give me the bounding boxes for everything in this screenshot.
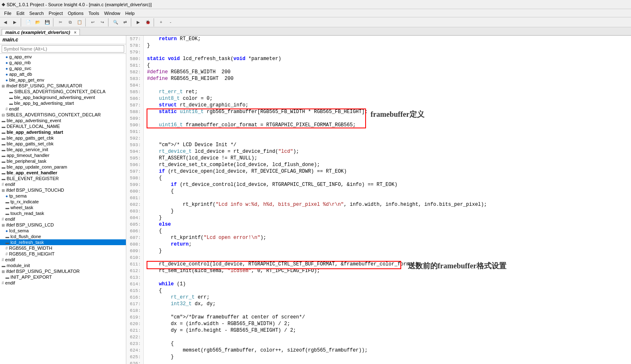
line-code[interactable]: { (144, 188, 631, 195)
paste-button[interactable]: 📋 (75, 18, 84, 27)
sidebar-item-tp_sema[interactable]: ●tp_sema (0, 193, 126, 199)
back-button[interactable]: ◀ (1, 18, 10, 27)
line-code[interactable]: if (rt_device_open(lcd_device, RT_DEVICE… (144, 168, 631, 175)
line-code[interactable]: int32_t dx, dy; (144, 301, 631, 307)
line-code[interactable]: { (144, 175, 631, 181)
forward-button[interactable]: ▶ (10, 18, 19, 27)
sidebar-item-ble_gatts_cbk[interactable]: ▬ble_app_gatts_get_cbk (0, 135, 126, 141)
menu-item-options[interactable]: Options (65, 11, 86, 16)
menu-item-edit[interactable]: Edit (14, 11, 27, 16)
line-code[interactable]: } (144, 42, 631, 49)
sidebar-item-ble_bg_adv_start[interactable]: ▬ble_app_bg_advertising_start (0, 100, 126, 106)
copy-button[interactable]: ⧉ (65, 18, 75, 27)
line-code[interactable]: struct rt_device_graphic_info; (144, 102, 631, 108)
line-code[interactable]: { (144, 62, 631, 69)
line-code[interactable]: rt_device_t lcd_device = rt_device_find(… (144, 148, 631, 155)
sidebar-item-endif5[interactable]: #endif (0, 280, 126, 286)
sidebar-item-module_init[interactable]: ▬module_init (0, 263, 126, 268)
build-button[interactable]: ▶ (134, 18, 143, 27)
line-code[interactable]: rt_err_t ret; (144, 89, 631, 95)
sidebar-item-lcd_flush_done[interactable]: ▬lcd_flush_done (0, 234, 126, 239)
new-button[interactable]: 📄 (24, 18, 33, 27)
menu-item-window[interactable]: Window (101, 11, 123, 16)
sidebar-item-SIBLES_ADV_CTX2[interactable]: ⊟SIBLES_ADVERTISING_CONTEXT_DECLAR (0, 112, 126, 118)
sidebar-item-lcd_sema[interactable]: ●lcd_sema (0, 228, 126, 234)
menu-item-tools[interactable]: Tools (86, 11, 102, 16)
line-code[interactable]: dx = (info.width - RGB565_FB_WIDTH) / 2; (144, 321, 631, 327)
sidebar-item-g_app_svc[interactable]: ●g_app_svc (0, 65, 126, 71)
sidebar-item-ble_bg_adv[interactable]: ▬ble_app_background_advertising_event (0, 94, 126, 100)
line-code[interactable]: rt_kprintf("Lcd info w:%d, h%d, bits_per… (144, 201, 631, 208)
tab-close-button[interactable]: × (74, 30, 77, 35)
sidebar-item-touch_read_task[interactable]: ▬touch_read_task (0, 210, 126, 216)
line-code[interactable]: { (144, 287, 631, 294)
sidebar-item-ble_adv_event[interactable]: ▬ble_app_advertising_event (0, 118, 126, 123)
line-code[interactable]: while (1) (144, 281, 631, 287)
line-code[interactable]: dy = (info.height - RGB565_FB_HEIGHT) / … (144, 327, 631, 334)
zoom-in[interactable]: + (157, 18, 166, 27)
line-code[interactable]: } (144, 354, 631, 360)
sidebar-item-SIBLES_ADV_CTX[interactable]: ▬SIBLES_ADVERTISING_CONTEXT_DECLA (0, 89, 126, 94)
sidebar-item-BLE_EVENT_REG[interactable]: ▬BLE_EVENT_REGISTER (0, 176, 126, 181)
line-code[interactable]: uint8_t color = 0; (144, 95, 631, 102)
sidebar-item-app_att_db[interactable]: ●app_att_db (0, 71, 126, 77)
zoom-out[interactable]: - (166, 18, 175, 27)
sidebar-item-ble_svc_init[interactable]: ▬ble_app_service_init (0, 147, 126, 152)
sidebar-item-RGB565_WIDTH[interactable]: #RGB565_FB_WIDTH (0, 245, 126, 251)
menu-item-search[interactable]: Search (27, 11, 46, 16)
menu-item-file[interactable]: File (2, 11, 14, 16)
sidebar-item-RGB565_HEIGHT[interactable]: #RGB565_FB_HEIGHT (0, 251, 126, 257)
sidebar-item-ble_app_get_env[interactable]: ●ble_app_get_env (0, 77, 126, 83)
line-code[interactable]: "cm">/*Draw framebuffer at center of scr… (144, 314, 631, 321)
sidebar-item-endif1[interactable]: #endif (0, 106, 126, 112)
line-code[interactable]: RT_ASSERT(lcd_device != RT_NULL); (144, 155, 631, 162)
sidebar-item-ble_adv_start[interactable]: ▬ble_app_advertising_start (0, 129, 126, 135)
line-code[interactable]: { (144, 228, 631, 234)
line-code[interactable]: #define RGB565_FB_HEIGHT 200 (144, 75, 631, 82)
line-code[interactable]: } (144, 248, 631, 254)
line-code[interactable]: static void lcd_refresh_task(void *param… (144, 55, 631, 62)
line-code[interactable]: uint16_t framebuffer_color_format = RTGR… (144, 122, 631, 128)
line-code[interactable]: } (144, 215, 631, 221)
sidebar-item-endif4[interactable]: #endif (0, 257, 126, 263)
sidebar-item-tp_rx_ind[interactable]: ▬tp_rx_indicate (0, 199, 126, 205)
line-code[interactable]: rt_kprintf("Lcd open error!\n"); (144, 234, 631, 241)
undo-button[interactable]: ↩ (88, 18, 97, 27)
menu-item-help[interactable]: Help (123, 11, 137, 16)
symbol-search-input[interactable] (2, 45, 124, 53)
line-code[interactable]: memset(rgb565_frambuffer, color++, sizeo… (144, 347, 631, 354)
sidebar-item-ifdef_BSP_PC[interactable]: ⊞ifndef BSP_USING_PC_SIMULATOR (0, 83, 126, 89)
sidebar-item-DEFAULT_LOCAL[interactable]: ▬DEFAULT_LOCAL_NAME (0, 123, 126, 129)
sidebar-item-lcd_refresh_task[interactable]: ▬lcd_refresh_task (0, 239, 126, 245)
debug-button[interactable]: 🐞 (143, 18, 152, 27)
sidebar-item-ifdef_BSP_PC2[interactable]: ⊞ifdef BSP_USING_PC_SIMULATOR (0, 268, 126, 274)
code-area[interactable]: 577: return RT_EOK;578:}579:580:static v… (126, 36, 631, 364)
line-code[interactable]: "cm">/* LCD Device Init */ (144, 142, 631, 148)
sidebar-item-g_app_env[interactable]: ●g_app_env (0, 54, 126, 60)
replace-button[interactable]: ⇄ (120, 18, 130, 27)
sidebar-item-ble_periph[interactable]: ▬ble_peripheral_task (0, 158, 126, 164)
active-tab[interactable]: main.c (example\rt_driver\src) × (2, 29, 80, 35)
search-button[interactable]: 🔍 (111, 18, 120, 27)
cut-button[interactable]: ✂ (56, 18, 65, 27)
line-code[interactable]: rt_device_set_tx_complete(lcd_device, lc… (144, 162, 631, 168)
sidebar-item-ifdef_TOUCHD[interactable]: ⊞ifdef BSP_USING_TOUCHD (0, 187, 126, 193)
menu-item-project[interactable]: Project (46, 11, 65, 16)
sidebar-item-ifdef_LCD[interactable]: ⊞ifdef BSP_USING_LCD (0, 222, 126, 228)
sidebar-item-endif3[interactable]: #endif (0, 216, 126, 222)
line-code[interactable]: #define RGB565_FB_WIDTH 200 (144, 69, 631, 75)
sidebar-item-wheel_task[interactable]: ▬wheel_task (0, 205, 126, 210)
line-code[interactable]: rt_device_control(lcd_device, RTGRAPHIC_… (144, 261, 631, 268)
sidebar-item-INIT_APP_EXPORT[interactable]: ▬INIT_APP_EXPORT (0, 274, 126, 280)
save-button[interactable]: 💾 (43, 18, 52, 27)
open-button[interactable]: 📂 (33, 18, 42, 27)
redo-button[interactable]: ↪ (98, 18, 107, 27)
line-code[interactable]: if (rt_device_control(lcd_device, RTGRAP… (144, 181, 631, 188)
line-code[interactable]: static uint16_t rgb565_frambuffer[RGB565… (144, 108, 631, 115)
line-code[interactable]: else (144, 221, 631, 228)
line-code[interactable]: return RT_EOK; (144, 36, 631, 42)
line-code[interactable]: } (144, 208, 631, 215)
sidebar-item-ble_event_handler[interactable]: ▬ble_app_event_handler (0, 170, 126, 176)
sidebar-item-ble_upd_conn[interactable]: ▬ble_app_update_conn_param (0, 164, 126, 170)
sidebar-item-g_app_mb[interactable]: ●g_app_mb (0, 60, 126, 65)
